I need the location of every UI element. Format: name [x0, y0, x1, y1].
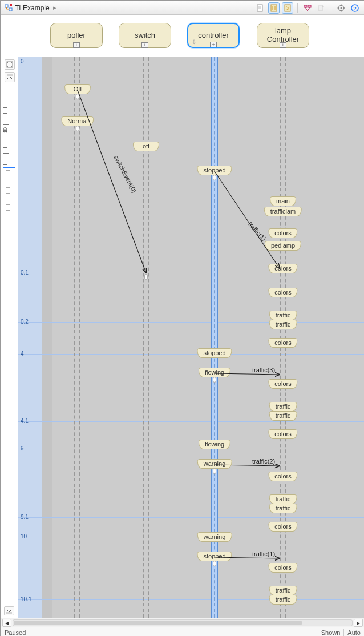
- time-gridline: [18, 517, 364, 518]
- state-badge[interactable]: pedlamp: [265, 241, 301, 251]
- state-badge[interactable]: traffic: [269, 595, 297, 605]
- state-badge[interactable]: stopped: [197, 166, 232, 175]
- time-ruler[interactable]: 10: [3, 94, 15, 168]
- state-badge[interactable]: colors: [268, 338, 297, 348]
- state-badge[interactable]: flowing: [199, 368, 230, 377]
- svg-rect-10: [285, 5, 290, 11]
- time-label: 4: [21, 351, 24, 357]
- state-badge[interactable]: main: [270, 196, 296, 206]
- lifeline-label: switch: [135, 31, 155, 40]
- time-gridline: [18, 354, 364, 355]
- state-badge[interactable]: traffic: [269, 586, 297, 595]
- state-badge[interactable]: stopped: [197, 552, 232, 561]
- svg-rect-12: [308, 5, 311, 7]
- state-badge[interactable]: colors: [268, 264, 297, 273]
- view-lifelines-icon[interactable]: [268, 2, 280, 14]
- expand-handle-icon[interactable]: +: [280, 42, 286, 48]
- state-badge[interactable]: traffic: [269, 494, 297, 504]
- state-badge[interactable]: warning: [197, 532, 232, 542]
- expand-handle-icon[interactable]: +: [210, 42, 217, 47]
- time-label: 9: [21, 445, 24, 452]
- sequence-canvas[interactable]: 00.10.244.199.11010.1 OffNormaloffstoppe…: [18, 57, 364, 618]
- state-badge[interactable]: colors: [268, 563, 297, 573]
- lifeline-head-poller[interactable]: poller +: [50, 23, 103, 48]
- expand-handle-icon[interactable]: +: [73, 42, 80, 48]
- toolbar: TLExample ▸ ?: [1, 1, 364, 15]
- lifeline-poller[interactable]: [75, 57, 82, 618]
- chevron-right-icon[interactable]: ▸: [52, 4, 58, 11]
- export-icon: [316, 2, 327, 14]
- lifeline-head-controller[interactable]: controller ⇩ +: [187, 23, 240, 48]
- grid-area: 00.10.244.199.11010.1: [18, 57, 364, 618]
- toolbar-separator: [331, 3, 331, 13]
- lifeline-label: lamp Controller: [267, 27, 299, 44]
- time-label: 9.1: [21, 514, 29, 520]
- svg-rect-1: [9, 8, 12, 11]
- hierarchy-icon: [5, 4, 13, 12]
- collapse-up-icon[interactable]: [5, 72, 15, 82]
- state-badge[interactable]: flowing: [199, 440, 230, 449]
- state-badge[interactable]: colors: [268, 228, 297, 238]
- help-icon[interactable]: ?: [349, 2, 361, 14]
- view-sequence-icon[interactable]: [282, 2, 293, 14]
- state-badge[interactable]: trafficlam: [264, 207, 302, 216]
- scroll-left-icon[interactable]: ◂: [2, 619, 11, 627]
- time-gridline: [18, 449, 364, 449]
- state-badge[interactable]: warning: [197, 459, 232, 469]
- time-label: 0.1: [21, 269, 29, 276]
- state-badge[interactable]: colors: [268, 429, 297, 439]
- svg-rect-2: [10, 4, 12, 6]
- expand-handle-icon[interactable]: +: [141, 42, 148, 48]
- state-badge[interactable]: Normal: [61, 116, 94, 126]
- svg-text:?: ?: [353, 5, 357, 11]
- state-badge[interactable]: colors: [268, 288, 297, 297]
- activation-dot: [213, 468, 216, 474]
- activation-dot: [213, 175, 216, 180]
- time-label: 0.2: [21, 319, 29, 325]
- state-badge[interactable]: traffic: [269, 311, 297, 320]
- lifeline-label: poller: [67, 31, 86, 40]
- document-icon[interactable]: [254, 2, 266, 14]
- state-badge[interactable]: traffic: [269, 402, 297, 412]
- gear-icon[interactable]: [335, 2, 347, 14]
- time-gridline: [18, 421, 364, 422]
- state-badge[interactable]: Off: [64, 84, 91, 94]
- message-label[interactable]: traffic(2): [252, 458, 275, 465]
- status-auto[interactable]: Auto: [347, 629, 361, 636]
- state-badge[interactable]: traffic: [269, 504, 297, 513]
- status-separator: [343, 629, 344, 636]
- svg-rect-7: [271, 5, 277, 11]
- time-label: 0: [21, 58, 24, 65]
- message-label[interactable]: traffic(1): [252, 550, 275, 557]
- breadcrumb-title[interactable]: TLExample: [15, 4, 50, 12]
- scroll-right-icon[interactable]: ▸: [354, 619, 363, 627]
- state-badge[interactable]: off: [133, 142, 159, 151]
- collapse-down-icon[interactable]: [4, 606, 14, 615]
- lifeline-head-lampcontroller[interactable]: lamp Controller +: [257, 23, 309, 48]
- activation-dot: [76, 126, 79, 131]
- time-gridline: [18, 322, 364, 323]
- state-badge[interactable]: traffic: [269, 320, 297, 329]
- state-badge[interactable]: traffic: [269, 411, 297, 421]
- filter-icon[interactable]: [302, 2, 313, 14]
- state-badge[interactable]: colors: [268, 472, 297, 481]
- fit-view-icon[interactable]: [5, 59, 15, 70]
- svg-rect-3: [257, 5, 262, 11]
- state-badge[interactable]: stopped: [197, 348, 232, 358]
- workspace: 10 00.10.244.199.11010.1 OffNormaloffsto…: [1, 57, 364, 618]
- state-badge[interactable]: colors: [268, 379, 297, 389]
- lifeline-head-switch[interactable]: switch +: [119, 23, 171, 48]
- scroll-thumb[interactable]: [14, 621, 302, 625]
- svg-point-15: [341, 7, 342, 9]
- time-ruler-extension: [6, 170, 13, 217]
- status-shown[interactable]: Shown: [321, 629, 341, 636]
- state-badge[interactable]: colors: [268, 522, 297, 532]
- message-label[interactable]: traffic(3): [252, 367, 275, 373]
- horizontal-scrollbar[interactable]: ◂ ▸: [1, 618, 364, 627]
- lifeline-label: controller: [198, 31, 228, 40]
- lifeline-lampcontroller[interactable]: [280, 57, 287, 618]
- scroll-track[interactable]: [13, 619, 353, 626]
- svg-rect-11: [304, 5, 307, 7]
- activation-dot: [144, 274, 148, 280]
- time-label: 10: [21, 533, 27, 540]
